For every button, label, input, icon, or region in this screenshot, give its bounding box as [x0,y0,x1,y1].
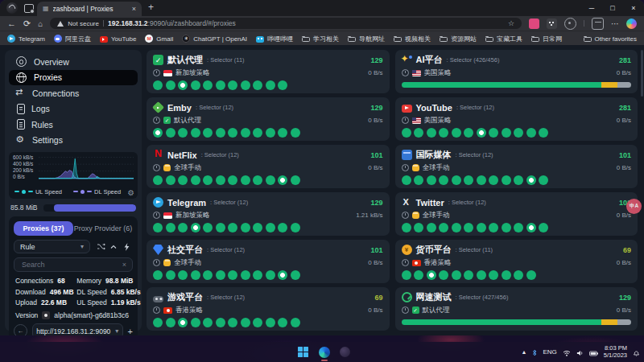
app-taskbar-icon[interactable] [338,343,352,361]
sidebar-item-overview[interactable]: Overview [9,54,138,70]
node-dot[interactable] [228,80,237,90]
node-dot[interactable] [191,318,200,327]
close-button[interactable]: × [623,0,644,16]
other-favorites[interactable]: Other favorites [584,35,637,43]
node-dot[interactable] [266,175,275,185]
node-dot[interactable] [539,223,548,232]
node-dot[interactable] [464,223,473,232]
proxy-group-card[interactable]: NetFlix Selector (12) 101 全球手动 0 B/s [147,145,390,188]
group-name[interactable]: YouTube [416,103,452,113]
sidebar-item-proxies[interactable]: Proxies [9,70,138,86]
node-dot[interactable] [228,270,237,280]
bookmark-item[interactable]: YouTube [100,35,136,43]
node-dot[interactable] [402,270,411,280]
node-dot[interactable] [153,175,163,185]
bookmark-item[interactable]: 学习相关 [302,35,339,43]
node-dot[interactable] [439,175,448,185]
browser-logo-icon[interactable] [6,2,18,14]
bookmark-item[interactable]: ChatGPT | OpenAI [182,35,247,43]
node-dot[interactable] [278,80,287,90]
page-scrollbar[interactable] [641,50,643,97]
node-dot[interactable] [216,80,225,90]
sidebar-item-rules[interactable]: Rules [9,117,138,133]
node-dot[interactable] [427,175,436,185]
node-dot[interactable] [228,175,237,185]
node-dot[interactable] [203,318,213,327]
node-dot[interactable] [291,270,300,280]
node-dot[interactable] [278,270,287,280]
edge-taskbar-icon[interactable] [317,343,331,361]
group-latency[interactable]: 69 [623,246,631,254]
proxy-group-card[interactable]: 默认代理 Selector (11) 129 新加坡策略 0 B/s [147,50,390,93]
more-menu-icon[interactable]: ⋯ [611,19,619,28]
group-latency[interactable]: 129 [370,56,382,64]
bookmark-item[interactable]: 哔哩哔哩 [256,35,293,43]
node-dot[interactable] [526,270,536,280]
node-dot[interactable] [439,128,448,138]
address-bar[interactable]: Not secure 192.168.31.2:9090/ui/zashboar… [50,18,522,29]
node-indicator-row[interactable] [153,127,383,138]
node-dot[interactable] [178,80,188,90]
extension-dark-icon[interactable] [547,19,557,29]
proxy-group-card[interactable]: AI平台 Selector (426/456) 281 美国策略 0 B/s [395,50,638,93]
tray-overflow-icon[interactable]: ▲ [522,349,527,355]
new-tab-button[interactable]: + [148,2,154,13]
node-indicator-row[interactable] [402,175,632,185]
node-dot[interactable] [266,80,275,90]
battery-icon[interactable] [589,345,598,360]
proxy-group-card[interactable]: Emby Selector (12) 129 默认代理 0 B/s [147,97,390,141]
group-name[interactable]: Emby [167,103,192,113]
node-dot[interactable] [166,270,175,280]
legend-item[interactable]: DL Speed [73,188,121,195]
group-latency[interactable]: 281 [619,104,631,112]
node-indicator-row[interactable] [153,269,383,280]
node-dot[interactable] [191,175,200,185]
bookmark-item[interactable]: 视频相关 [394,35,431,43]
bookmark-item[interactable]: 阿里云盘 [54,35,91,43]
node-dot[interactable] [402,223,411,232]
node-dot[interactable] [514,128,523,138]
node-dot[interactable] [203,270,213,280]
node-dot[interactable] [502,223,511,232]
node-dot[interactable] [464,175,473,185]
search-input[interactable] [20,260,122,269]
node-dot[interactable] [266,223,275,232]
collapse-all-icon[interactable] [107,241,120,253]
proxy-group-card[interactable]: 网速测试 Selector (427/456) 129 默认代理 0 B/s [395,287,638,331]
node-dot[interactable] [166,175,175,185]
volume-icon[interactable] [576,345,584,360]
node-dot[interactable] [166,80,175,90]
node-indicator-row[interactable] [402,80,632,90]
switch-backend-icon[interactable]: ← [14,324,27,335]
group-name[interactable]: NetFlix [167,150,197,160]
group-name[interactable]: 默认代理 [167,54,203,66]
home-icon[interactable]: ⌂ [38,19,43,28]
node-dot[interactable] [502,128,511,138]
node-dot[interactable] [489,175,498,185]
node-dot[interactable] [153,318,163,327]
node-dot[interactable] [477,270,486,280]
node-dot[interactable] [203,128,213,138]
node-dot[interactable] [241,318,250,327]
workspaces-icon[interactable] [24,4,34,13]
node-dot[interactable] [191,223,200,232]
node-dot[interactable] [241,270,250,280]
sidebar-item-logs[interactable]: Logs [9,101,138,117]
node-dot[interactable] [477,223,486,232]
group-latency[interactable]: 129 [370,199,382,207]
node-dot[interactable] [166,223,175,232]
group-latency[interactable]: 129 [370,104,382,112]
node-dot[interactable] [502,175,511,185]
node-indicator-row[interactable] [402,222,632,232]
group-name[interactable]: 国际媒体 [416,149,452,161]
node-dot[interactable] [464,270,473,280]
bookmark-item[interactable]: 资源网站 [440,35,477,43]
node-dot[interactable] [489,223,498,232]
node-dot[interactable] [477,128,486,138]
node-dot[interactable] [489,128,498,138]
proxy-group-card[interactable]: 国际媒体 Selector (12) 101 全球手动 0 B/s [395,145,638,188]
node-dot[interactable] [539,175,548,185]
node-dot[interactable] [526,223,536,232]
node-dot[interactable] [266,270,275,280]
node-dot[interactable] [452,175,461,185]
